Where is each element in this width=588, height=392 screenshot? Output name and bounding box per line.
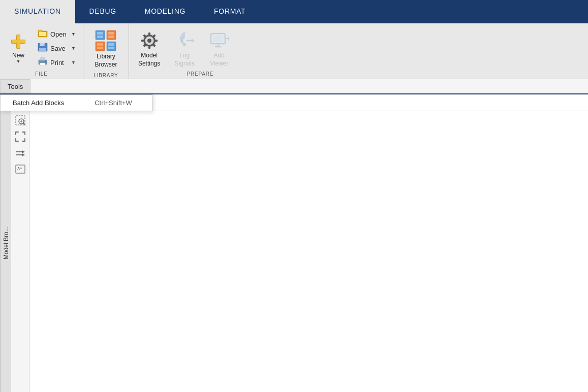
- library-browser-icon: [95, 29, 117, 52]
- tab-modeling[interactable]: MODELING: [131, 0, 200, 23]
- tab-simulation[interactable]: SIMULATION: [0, 0, 75, 23]
- svg-rect-9: [39, 48, 46, 51]
- signals-button[interactable]: [13, 145, 28, 160]
- batch-add-blocks-item[interactable]: Batch Add Blocks Ctrl+Shift+W: [1, 95, 152, 111]
- prepare-section-label: PREPARE: [133, 70, 267, 79]
- file-section: New ▼ Open ▼: [0, 23, 83, 79]
- svg-rect-43: [213, 36, 223, 42]
- tab-format[interactable]: FORMAT: [200, 0, 260, 23]
- log-signals-button: LogSignals: [169, 28, 200, 70]
- add-viewer-label: AddViewer: [210, 52, 228, 68]
- svg-rect-17: [96, 42, 105, 51]
- save-icon: [38, 43, 48, 54]
- svg-point-14: [45, 61, 46, 62]
- library-section-content: Library Browser: [87, 26, 125, 72]
- svg-rect-24: [97, 47, 103, 49]
- add-viewer-icon: [209, 30, 229, 51]
- main-area: Model Bro...: [0, 94, 588, 392]
- ribbon-bar: New ▼ Open ▼: [0, 23, 588, 79]
- svg-marker-63: [22, 153, 25, 156]
- svg-rect-16: [107, 30, 116, 40]
- new-dropdown-arrow[interactable]: ▼: [16, 59, 21, 64]
- svg-rect-21: [108, 32, 114, 35]
- batch-add-blocks-shortcut: Ctrl+Shift+W: [95, 99, 132, 107]
- tools-dropdown-menu: Batch Add Blocks Ctrl+Shift+W: [0, 94, 152, 111]
- print-button[interactable]: Print ▼: [35, 56, 79, 69]
- svg-rect-15: [96, 30, 105, 40]
- model-settings-icon: [139, 30, 160, 51]
- svg-rect-33: [155, 40, 158, 42]
- annotations-button[interactable]: A≡: [13, 161, 28, 177]
- new-label: New: [12, 52, 24, 59]
- file-section-label: FILE: [4, 70, 79, 79]
- svg-rect-5: [38, 30, 42, 32]
- svg-rect-3: [12, 40, 25, 43]
- svg-rect-32: [141, 40, 144, 42]
- tools-bar: Tools Batch Add Blocks Ctrl+Shift+W: [0, 79, 588, 94]
- prepare-buttons: ModelSettings: [133, 26, 234, 70]
- open-button[interactable]: Open ▼: [35, 27, 79, 41]
- save-label: Save: [50, 45, 69, 52]
- add-viewer-button: AddViewer: [204, 28, 234, 70]
- svg-rect-19: [97, 32, 103, 35]
- open-icon: [38, 28, 48, 40]
- tools-tab[interactable]: Tools: [0, 79, 30, 93]
- svg-marker-61: [22, 150, 25, 153]
- library-browser-button[interactable]: Library Browser: [88, 26, 123, 72]
- log-signals-label: LogSignals: [175, 52, 195, 68]
- svg-rect-30: [148, 32, 150, 35]
- file-section-content: New ▼ Open ▼: [4, 26, 79, 70]
- model-browser-sidebar[interactable]: Model Bro...: [0, 94, 11, 392]
- zoom-region-button[interactable]: [13, 113, 28, 128]
- save-button[interactable]: Save ▼: [35, 42, 79, 55]
- svg-marker-47: [228, 37, 229, 41]
- print-icon: [38, 57, 48, 68]
- tab-debug[interactable]: DEBUG: [75, 0, 131, 23]
- canvas-area: test_model: [29, 94, 588, 392]
- svg-rect-31: [148, 46, 150, 49]
- svg-rect-25: [108, 43, 114, 46]
- svg-rect-13: [40, 63, 45, 66]
- svg-point-39: [183, 43, 186, 46]
- file-buttons: Open ▼ Save ▼: [35, 27, 79, 69]
- library-section: Library Browser LIBRARY: [83, 23, 129, 79]
- svg-rect-10: [44, 44, 45, 46]
- open-arrow: ▼: [71, 31, 76, 37]
- svg-rect-18: [107, 42, 116, 51]
- svg-rect-20: [97, 36, 103, 38]
- svg-rect-23: [97, 43, 103, 46]
- prepare-section: ModelSettings: [129, 23, 271, 79]
- open-label: Open: [50, 30, 69, 38]
- new-button[interactable]: New ▼: [4, 30, 33, 66]
- ribbon-tabs: SIMULATION DEBUG MODELING FORMAT: [0, 0, 588, 23]
- svg-rect-12: [40, 57, 45, 60]
- print-label: Print: [50, 59, 69, 67]
- new-icon: [9, 32, 27, 51]
- svg-rect-26: [108, 47, 114, 49]
- svg-rect-6: [39, 32, 46, 36]
- batch-add-blocks-label: Batch Add Blocks: [13, 99, 64, 107]
- model-settings-label: ModelSettings: [138, 52, 160, 68]
- vertical-toolbar: A≡: [11, 94, 29, 392]
- svg-marker-41: [192, 39, 195, 43]
- svg-rect-22: [108, 36, 114, 38]
- log-signals-icon: [174, 30, 195, 51]
- model-settings-button[interactable]: ModelSettings: [133, 28, 165, 70]
- fit-view-button[interactable]: [13, 129, 28, 144]
- prepare-section-content: ModelSettings: [133, 26, 267, 70]
- svg-text:A≡: A≡: [17, 167, 22, 170]
- svg-point-29: [147, 39, 151, 43]
- print-arrow: ▼: [71, 60, 76, 65]
- save-arrow: ▼: [71, 46, 76, 51]
- library-browser-label: Library Browser: [95, 53, 117, 69]
